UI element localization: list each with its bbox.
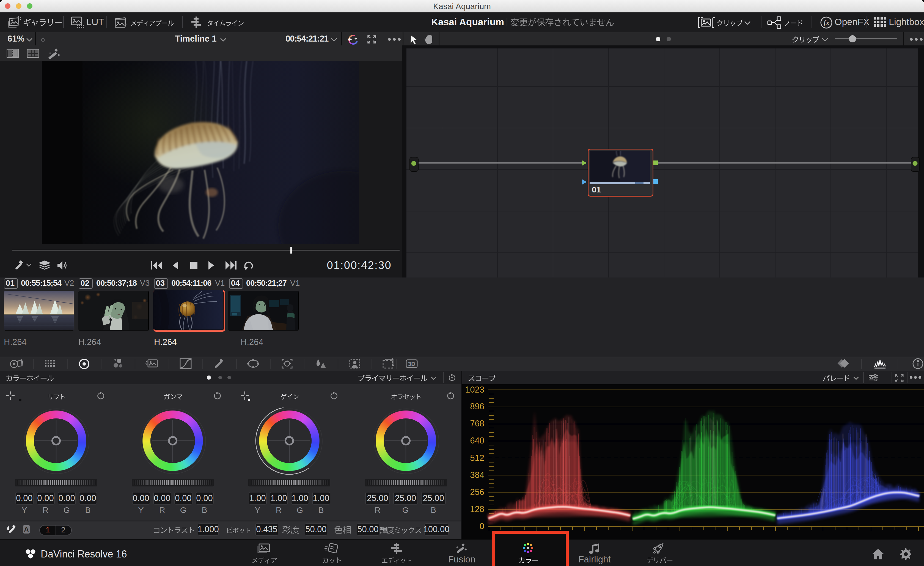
svg-text:fx: fx (824, 19, 829, 26)
svg-text:3D: 3D (408, 361, 416, 367)
